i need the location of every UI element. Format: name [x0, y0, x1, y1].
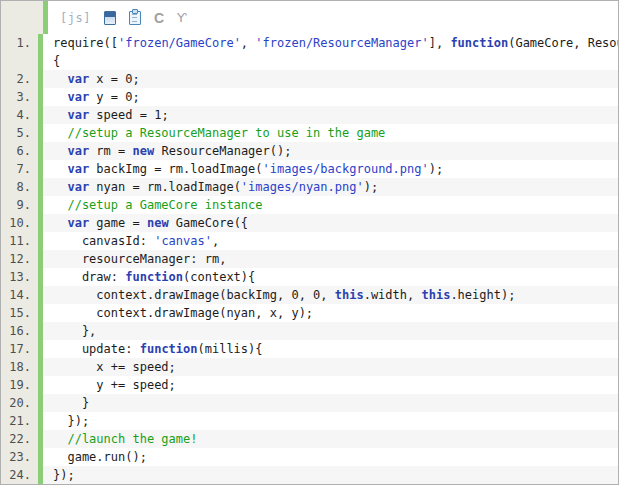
code-text: //launch the game! — [43, 430, 618, 448]
code-segment-plain: y = 0; — [89, 90, 140, 104]
code-segment-plain: , — [241, 36, 255, 50]
code-text: //setup a GameCore instance — [43, 196, 618, 214]
code-text: var rm = new ResourceManager(); — [43, 142, 618, 160]
clipboard-glyph — [129, 11, 141, 25]
code-text: x += speed; — [43, 358, 618, 376]
code-line: 18. x += speed; — [1, 358, 618, 376]
code-segment-plain: } — [53, 396, 89, 410]
code-segment-keyword: new — [147, 216, 169, 230]
code-text: game.run(); — [43, 448, 618, 466]
code-line: 12. resourceManager: rm, — [1, 250, 618, 268]
code-text: context.drawImage(nyan, x, y); — [43, 304, 618, 322]
code-text: }, — [43, 322, 618, 340]
code-segment-keyword: var — [67, 216, 89, 230]
code-segment-keyword: var — [67, 108, 89, 122]
code-segment-keyword: function — [450, 36, 508, 50]
code-text: //setup a ResourceManager to use in the … — [43, 124, 618, 142]
code-text: canvasId: 'canvas', — [43, 232, 618, 250]
code-text: y += speed; — [43, 376, 618, 394]
code-segment-plain: canvasId: — [53, 234, 154, 248]
code-line: 2. var x = 0; — [1, 70, 618, 88]
code-segment-plain: context.drawImage(nyan, x, y); — [53, 306, 313, 320]
line-number: 17. — [1, 340, 43, 358]
code-segment-keyword: this — [421, 288, 450, 302]
code-text: } — [43, 394, 618, 412]
code-line: 1.require(['frozen/GameCore', 'frozen/Re… — [1, 34, 618, 52]
code-line: 23. game.run(); — [1, 448, 618, 466]
code-segment-plain: draw: — [53, 270, 125, 284]
code-segment-comment: //launch the game! — [53, 432, 198, 446]
code-line: 6. var rm = new ResourceManager(); — [1, 142, 618, 160]
code-segment-plain: ], — [429, 36, 451, 50]
code-text: }); — [43, 466, 618, 484]
code-segment-plain: .height); — [450, 288, 515, 302]
code-text: }); — [43, 412, 618, 430]
code-segment-plain: }, — [53, 324, 96, 338]
code-segment-plain: .width, — [364, 288, 422, 302]
line-number: 9. — [1, 196, 43, 214]
code-text: update: function(millis){ — [43, 340, 618, 358]
language-label: [js] — [60, 11, 91, 25]
line-number: 4. — [1, 106, 43, 124]
code-segment-plain: (GameCore, ResourceManager) — [508, 36, 618, 50]
line-number: 7. — [1, 160, 43, 178]
code-segment-plain: GameCore({ — [169, 216, 248, 230]
code-segment-plain: }); — [53, 468, 75, 482]
code-line: 15. context.drawImage(nyan, x, y); — [1, 304, 618, 322]
code-segment-plain: (millis){ — [198, 342, 263, 356]
code-segment-comment: //setup a ResourceManager to use in the … — [53, 126, 385, 140]
print-icon[interactable]: C — [154, 11, 164, 25]
code-segment-plain: (context){ — [183, 270, 255, 284]
code-segment-keyword: var — [67, 144, 89, 158]
code-text: var x = 0; — [43, 70, 618, 88]
code-line: 10. var game = new GameCore({ — [1, 214, 618, 232]
code-segment-keyword: var — [67, 180, 89, 194]
code-segment-string: 'images/background.png' — [263, 162, 429, 176]
line-number: 18. — [1, 358, 43, 376]
code-segment-plain — [53, 90, 67, 104]
help-icon[interactable]: Ƴ — [177, 11, 187, 24]
code-segment-plain: resourceManager: rm, — [53, 252, 226, 266]
code-segment-keyword: var — [67, 162, 89, 176]
code-segment-plain — [53, 216, 67, 230]
code-segment-plain: game.run(); — [53, 450, 147, 464]
code-segment-plain: rm = — [89, 144, 132, 158]
code-lines: 1.require(['frozen/GameCore', 'frozen/Re… — [1, 34, 618, 484]
code-line: 17. update: function(millis){ — [1, 340, 618, 358]
code-line: 20. } — [1, 394, 618, 412]
line-number: 24. — [1, 466, 43, 484]
code-segment-plain: require([ — [53, 36, 118, 50]
code-segment-plain: x += speed; — [53, 360, 176, 374]
code-line: 4. var speed = 1; — [1, 106, 618, 124]
code-segment-string: 'frozen/GameCore' — [118, 36, 241, 50]
code-line: 24.}); — [1, 466, 618, 484]
code-line: 22. //launch the game! — [1, 430, 618, 448]
code-segment-comment: //setup a GameCore instance — [53, 198, 263, 212]
code-segment-plain: ResourceManager(); — [154, 144, 291, 158]
code-segment-plain: game = — [89, 216, 147, 230]
code-segment-keyword: function — [125, 270, 183, 284]
code-text: draw: function(context){ — [43, 268, 618, 286]
code-line: 3. var y = 0; — [1, 88, 618, 106]
code-segment-keyword: this — [335, 288, 364, 302]
code-line: 16. }, — [1, 322, 618, 340]
window-glyph — [104, 11, 116, 25]
code-line: 21. }); — [1, 412, 618, 430]
toolbar-content: [js] C Ƴ — [48, 1, 618, 34]
code-segment-plain — [53, 72, 67, 86]
code-line: 7. var backImg = rm.loadImage('images/ba… — [1, 160, 618, 178]
line-number: 10. — [1, 214, 43, 232]
code-segment-plain: speed = 1; — [89, 108, 168, 122]
code-text: var y = 0; — [43, 88, 618, 106]
code-line: { — [1, 52, 618, 70]
copy-to-clipboard-icon[interactable] — [129, 11, 141, 25]
code-segment-plain: x = 0; — [89, 72, 140, 86]
code-segment-keyword: function — [140, 342, 198, 356]
code-segment-string: 'canvas' — [154, 234, 212, 248]
code-segment-string: 'frozen/ResourceManager' — [255, 36, 428, 50]
code-text: context.drawImage(backImg, 0, 0, this.wi… — [43, 286, 618, 304]
code-text: var speed = 1; — [43, 106, 618, 124]
code-text: { — [43, 52, 618, 70]
code-segment-plain: backImg = rm.loadImage( — [89, 162, 262, 176]
view-source-icon[interactable] — [104, 11, 116, 25]
